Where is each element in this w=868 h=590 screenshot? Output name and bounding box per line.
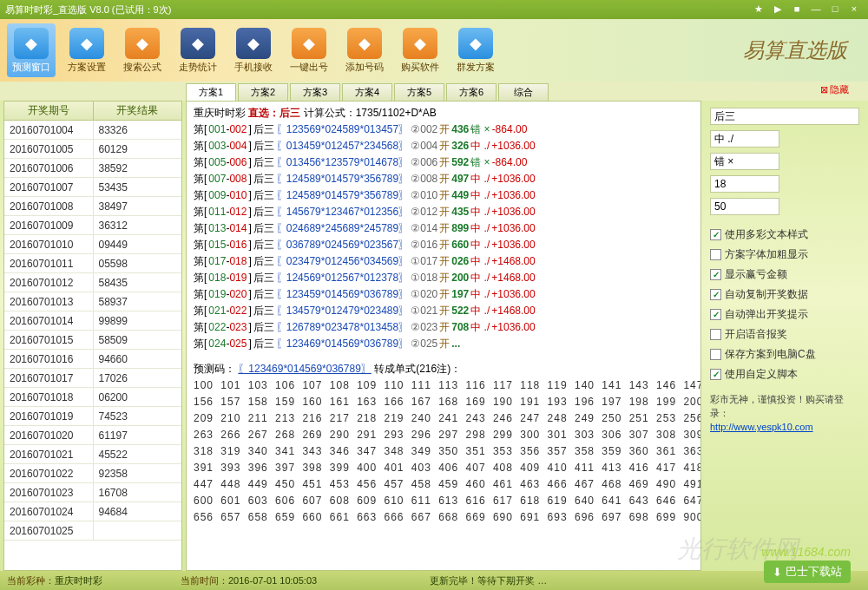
table-row[interactable]: 2016070102292358 (4, 464, 181, 483)
predict-window-button[interactable]: ◆预测窗口 (7, 23, 56, 77)
buy-software-icon: ◆ (403, 28, 437, 59)
log-line: 第[024-025]后三〖123469*014569*036789〗②025 开… (194, 336, 694, 352)
checkbox-2[interactable]: ✓显示赢亏金额 (710, 267, 859, 282)
table-row[interactable]: 2016070102316708 (4, 483, 181, 502)
maximize-icon[interactable]: □ (826, 2, 844, 16)
log-line: 第[019-020]后三〖123459*014569*036789〗①020 开… (194, 286, 694, 303)
status-time: 当前时间：2016-07-01 10:05:03 (181, 574, 317, 587)
table-row[interactable]: 2016070100936312 (4, 216, 181, 235)
table-row[interactable]: 2016070101258435 (4, 273, 181, 292)
table-header: 开奖期号 开奖结果 (4, 102, 181, 121)
titlebar: 易算时时彩_直选版 V8.0 (已试用：9次) ★▶■—□× (0, 0, 868, 19)
add-number-button[interactable]: ◆添加号码 (340, 23, 389, 77)
tab-plan-5[interactable]: 方案5 (394, 83, 444, 101)
minimize-icon[interactable]: — (807, 2, 825, 16)
checkbox-3[interactable]: ✓自动复制开奖数据 (710, 287, 859, 302)
toolbar-label: 添加号码 (345, 61, 384, 74)
table-row[interactable]: 2016070101974523 (4, 407, 181, 426)
log-line: 第[007-008]后三〖124589*014579*356789〗②008 开… (194, 171, 694, 187)
disclaimer-link[interactable]: http://www.yespk10.com (710, 422, 813, 432)
checkbox-4[interactable]: ✓自动弹出开奖提示 (710, 307, 859, 322)
disclaimer: 彩市无神，谨慎投资！购买请登录： http://www.yespk10.com (710, 392, 859, 434)
table-row[interactable]: 2016070101717026 (4, 369, 181, 388)
log-line: 第[005-006]后三〖013456*123579*014678〗②006 开… (194, 154, 694, 171)
table-row[interactable]: 2016070102494684 (4, 502, 181, 521)
close-icon[interactable]: × (845, 2, 863, 16)
table-row[interactable]: 2016070100838497 (4, 197, 181, 216)
log-line: 第[017-018]后三〖023479*012456*034569〗①017 开… (194, 253, 694, 270)
checkbox-label: 显示赢亏金额 (725, 267, 787, 282)
brand-text: 易算直选版 (743, 36, 847, 64)
table-row[interactable]: 2016070100753435 (4, 178, 181, 197)
table-row[interactable]: 2016070101806200 (4, 388, 181, 407)
checkbox-label: 方案字体加粗显示 (725, 247, 808, 262)
tab-plan-2[interactable]: 方案2 (238, 83, 288, 101)
favorite-icon[interactable]: ★ (750, 2, 767, 16)
table-row[interactable]: 2016070101009449 (4, 235, 181, 254)
table-row[interactable]: 2016070101694660 (4, 350, 181, 369)
trend-stats-button[interactable]: ◆走势统计 (174, 23, 222, 77)
checkbox-icon (710, 349, 721, 360)
log-line: 第[009-010]后三〖124589*014579*356789〗②010 开… (194, 187, 694, 204)
phone-receive-button[interactable]: ◆手机接收 (229, 23, 278, 77)
play-icon[interactable]: ▶ (769, 2, 786, 16)
table-row[interactable]: 2016070101499899 (4, 311, 181, 331)
toolbar-label: 走势统计 (179, 61, 217, 74)
trend-stats-icon: ◆ (181, 28, 215, 59)
checkbox-icon: ✓ (710, 229, 721, 240)
main-area: 开奖期号 开奖结果 201607010048332620160701005601… (0, 101, 868, 571)
predict-window-icon: ◆ (14, 28, 49, 59)
tab-plan-4[interactable]: 方案4 (342, 83, 392, 101)
checkbox-icon: ✓ (710, 369, 721, 380)
broadcast-plan-button[interactable]: ◆群发方案 (451, 23, 500, 77)
checkbox-0[interactable]: ✓使用多彩文本样式 (710, 227, 859, 242)
checkbox-6[interactable]: 保存方案到电脑C盘 (710, 347, 859, 362)
checkbox-label: 自动复制开奖数据 (725, 287, 808, 302)
win-indicator[interactable]: 中 ./ (710, 130, 779, 148)
checkbox-label: 保存方案到电脑C盘 (725, 347, 816, 362)
toolbar-label: 手机接收 (234, 61, 273, 74)
hide-button[interactable]: ⊠ 隐藏 (820, 83, 849, 96)
table-row[interactable]: 2016070100638592 (4, 159, 181, 178)
toolbar-label: 预测窗口 (12, 61, 50, 74)
tab-plan-3[interactable]: 方案3 (290, 83, 340, 101)
stop-icon[interactable]: ■ (788, 2, 806, 16)
checkbox-1[interactable]: 方案字体加粗显示 (710, 247, 859, 262)
tab-plan-1[interactable]: 方案1 (186, 83, 236, 101)
results-table: 开奖期号 开奖结果 201607010048332620160701005601… (3, 101, 182, 571)
tab-plan-6[interactable]: 方案6 (446, 83, 496, 101)
table-row[interactable]: 2016070102061197 (4, 426, 181, 445)
watermark-faint: 光行软件网 (677, 533, 799, 566)
search-formula-icon: ◆ (125, 28, 160, 59)
table-row[interactable]: 20160701025 (4, 521, 181, 541)
buy-software-button[interactable]: ◆购买软件 (396, 23, 444, 77)
value-input-2[interactable]: 50 (710, 198, 779, 215)
tab-plan-7[interactable]: 综合 (498, 83, 549, 101)
window-title: 易算时时彩_直选版 V8.0 (已试用：9次) (5, 3, 171, 16)
one-click-number-button[interactable]: ◆一键出号 (285, 23, 333, 77)
status-bar: 当前彩种：重庆时时彩 当前时间：2016-07-01 10:05:03 更新完毕… (0, 571, 868, 590)
table-row[interactable]: 2016070101558509 (4, 331, 181, 350)
log-body: 第[001-002]后三〖123569*024589*013457〗②002 开… (194, 121, 694, 352)
position-select[interactable]: 后三 (710, 108, 859, 125)
checkbox-7[interactable]: ✓使用自定义脚本 (710, 367, 859, 382)
value-input-1[interactable]: 18 (710, 175, 779, 193)
plan-settings-button[interactable]: ◆方案设置 (62, 23, 111, 77)
table-row[interactable]: 2016070100560129 (4, 140, 181, 159)
table-row[interactable]: 2016070101358937 (4, 292, 181, 311)
table-row[interactable]: 2016070102145522 (4, 445, 181, 464)
table-row[interactable]: 2016070100483326 (4, 121, 181, 140)
toolbar-label: 一键出号 (290, 61, 328, 74)
search-formula-button[interactable]: ◆搜索公式 (118, 23, 167, 77)
lose-indicator[interactable]: 错 × (710, 153, 779, 170)
checkbox-icon (710, 329, 721, 340)
col-issue: 开奖期号 (4, 102, 94, 120)
predict-pattern-link[interactable]: 〖123469*014569*036789〗 (238, 363, 371, 375)
log-line: 第[018-019]后三〖124569*012567*012378〗①018 开… (194, 270, 694, 286)
checkbox-5[interactable]: 开启语音报奖 (710, 327, 859, 342)
status-update: 更新完毕！等待下期开奖 … (430, 574, 547, 587)
log-panel: 重庆时时彩 直选：后三 计算公式：1735/1102+D*AB 第[001-00… (186, 101, 701, 571)
add-number-icon: ◆ (347, 28, 382, 59)
table-row[interactable]: 2016070101105598 (4, 254, 181, 273)
log-line: 第[011-012]后三〖145679*123467*012356〗②012 开… (194, 204, 694, 220)
